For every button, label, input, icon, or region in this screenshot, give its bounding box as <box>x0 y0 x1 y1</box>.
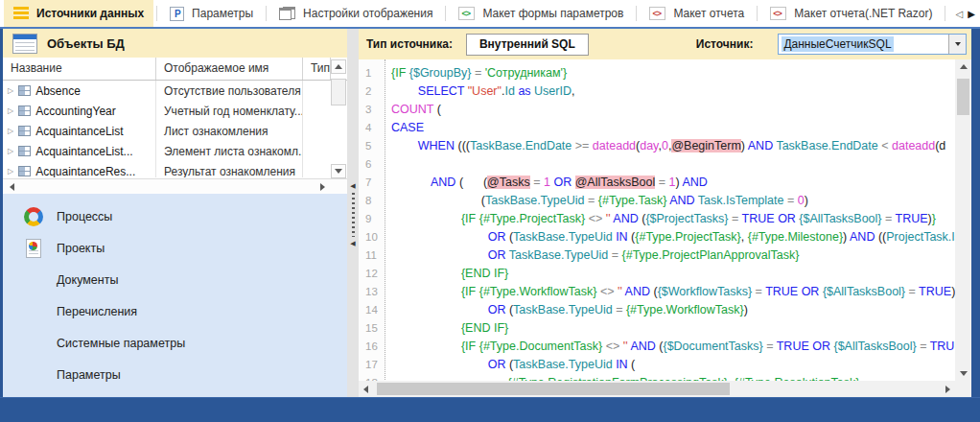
tab-display-settings[interactable]: Настройки отображения <box>269 0 442 27</box>
expand-arrow-icon[interactable] <box>8 167 13 176</box>
tab-data-sources[interactable]: Источники данных <box>4 0 153 27</box>
project-glyph <box>26 239 41 258</box>
sidebar-item-system-parameters[interactable]: Системные параметры <box>3 327 347 359</box>
expand-arrow-icon[interactable] <box>8 127 13 135</box>
code-line: {END IF} <box>391 265 971 283</box>
tab-bar: Источники данныхПараметрыНастройки отобр… <box>0 0 980 27</box>
grid-vertical-scrollbar[interactable] <box>331 59 347 178</box>
splitter-grip[interactable] <box>352 193 355 237</box>
grid-horizontal-scrollbar[interactable] <box>3 178 347 194</box>
sql-parameter: @BeginTerm <box>671 139 740 152</box>
line-number: 17 <box>365 356 385 374</box>
sidebar-item-enumerations[interactable]: Перечисления <box>3 295 347 327</box>
line-number: 12 <box>365 265 385 283</box>
source-type-button[interactable]: Внутренний SQL <box>466 34 589 56</box>
object-name: Absence <box>35 84 81 98</box>
code-token: {IF <box>391 66 409 80</box>
code-token: <> <box>600 285 615 298</box>
table-row[interactable]: AcquaintanceRes...Результат ознакомления <box>3 161 347 177</box>
line-number: 13 <box>365 283 385 301</box>
code-token: OR <box>778 212 796 225</box>
code-token: AND <box>682 176 707 189</box>
editor-vertical-scrollbar[interactable] <box>955 59 971 381</box>
scroll-down-icon[interactable] <box>331 164 346 178</box>
code-token: TaskBase.EndDate <box>470 139 572 152</box>
param-p-icon <box>170 7 184 21</box>
sidebar-item-processes[interactable]: Процессы <box>3 200 347 232</box>
code-token: {#Type.ProjectTask} <box>479 212 585 225</box>
panel-splitter[interactable]: ◀ ◀ <box>347 29 359 397</box>
scrollbar-thumb[interactable] <box>331 79 346 106</box>
combo-dropdown-button[interactable] <box>948 35 966 54</box>
code-red-icon <box>649 7 665 20</box>
sidebar-item-label: Проекты <box>57 242 105 255</box>
code-token <box>391 176 431 189</box>
source-label: Источник: <box>696 37 754 51</box>
code-line: {IF {#Type.WorkflowTask} <> '' AND ({$Wo… <box>391 283 971 301</box>
scroll-left-icon[interactable] <box>4 179 19 194</box>
code-token: CASE <box>391 121 424 134</box>
code-line: OR (TaskBase.TypeUid IN ( <box>391 356 971 374</box>
code-token: {IF <box>461 212 479 225</box>
scroll-up-icon[interactable] <box>331 59 346 74</box>
source-select[interactable]: ДанныеСчетчикSQL <box>778 34 967 55</box>
tab-param-form-layout[interactable]: Макет формы параметров <box>449 0 633 27</box>
scroll-right-icon[interactable] <box>945 386 950 393</box>
sidebar-item-label: Процессы <box>57 210 112 223</box>
table-row[interactable]: AcquaintanceList...Элемент листа ознаком… <box>3 141 347 161</box>
code-token: OR <box>488 230 506 244</box>
tab-report-layout-razor[interactable]: Макет отчета(.NET Razor) <box>760 0 942 27</box>
scroll-tabs-right-icon[interactable]: ▶ <box>968 9 975 19</box>
code-token: TRUE <box>742 212 775 225</box>
expand-arrow-icon[interactable] <box>8 106 13 115</box>
editor-horizontal-scrollbar[interactable] <box>359 381 955 397</box>
sidebar-item-documents[interactable]: Документы <box>3 264 347 295</box>
sidebar-item-parameters[interactable]: Параметры <box>3 359 347 390</box>
sql-editor[interactable]: 123456789101112131415161718 {IF {$GroupB… <box>359 59 971 397</box>
object-name: AcquaintanceRes... <box>35 165 135 178</box>
line-number: 3 <box>365 101 385 119</box>
table-row[interactable]: AccountingYearУчетный год номенклату... <box>3 101 347 121</box>
scroll-down-icon[interactable] <box>960 371 968 376</box>
column-header-display-name[interactable]: Отображаемое имя <box>156 58 303 80</box>
code-token: dateadd <box>593 139 636 152</box>
code-token: WHEN <box>418 139 455 152</box>
code-token: {$DocumentTasks} <box>663 340 762 353</box>
code-red-icon <box>770 7 786 20</box>
code-token <box>391 285 461 298</box>
collapse-left-icon[interactable]: ◀ <box>350 240 355 247</box>
scrollbar-thumb[interactable] <box>957 79 969 115</box>
code-token: >= <box>575 139 590 152</box>
table-row[interactable]: AcquaintanceListЛист ознакомления <box>3 121 347 141</box>
column-header-name[interactable]: Название <box>3 58 156 80</box>
cell-name: AccountingYear <box>3 101 156 121</box>
code-area[interactable]: {IF {$GroupBy} = 'Сотрудникам'} SELECT "… <box>385 59 971 397</box>
column-header-type[interactable]: Тип <box>303 58 331 80</box>
tab-separator <box>757 6 758 21</box>
code-token: {#Type.DocumentTask} <box>479 340 603 353</box>
code-token: 0 <box>662 139 668 152</box>
object-name: AcquaintanceList <box>35 125 123 138</box>
code-token: {$GroupBy} <box>409 66 472 80</box>
db-table-icon <box>12 34 37 54</box>
code-token: = <box>612 248 618 262</box>
tab-parameters[interactable]: Параметры <box>160 0 263 27</box>
scroll-right-icon[interactable] <box>315 179 330 194</box>
cell-name: AcquaintanceList <box>3 121 156 141</box>
collapse-left-icon[interactable]: ◀ <box>350 182 355 190</box>
scroll-left-icon[interactable] <box>363 386 368 393</box>
expand-arrow-icon[interactable] <box>8 147 13 155</box>
expand-arrow-icon[interactable] <box>8 86 13 95</box>
code-token <box>391 358 488 371</box>
scroll-up-icon[interactable] <box>960 64 968 69</box>
code-token: {END IF} <box>461 321 508 335</box>
scroll-tabs-left-icon[interactable]: ◁ <box>956 9 964 19</box>
tab-report-layout[interactable]: Макет отчета <box>640 0 754 27</box>
code-token <box>391 212 461 225</box>
sidebar-item-projects[interactable]: Проекты <box>3 232 347 264</box>
code-token: ) <box>744 303 748 316</box>
table-row[interactable]: AbsenceОтсутствие пользователя <box>3 81 347 101</box>
scrollbar-thumb[interactable] <box>377 383 730 395</box>
code-token: UserID <box>534 84 572 98</box>
code-token: AND <box>669 194 694 207</box>
